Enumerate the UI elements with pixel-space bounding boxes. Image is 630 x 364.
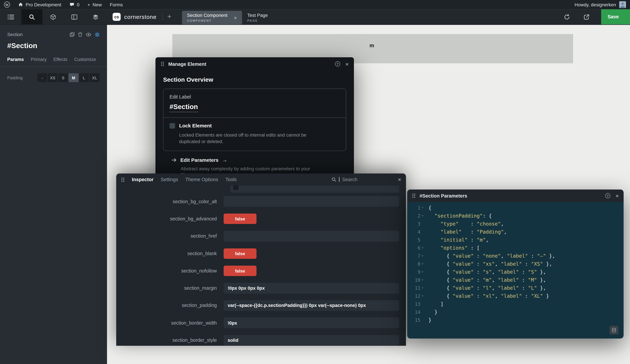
code-line: 4 "label" : "Padding", xyxy=(407,228,624,236)
section-padding-input[interactable]: var(--space-{{dc.p.sectionPadding}}) 0px… xyxy=(224,300,399,311)
section-href-input[interactable] xyxy=(224,230,399,242)
modal-title: Manage Element xyxy=(168,61,206,67)
section-nofollow-toggle[interactable]: false xyxy=(224,266,256,276)
tab-section-component[interactable]: Section Component COMPONENT × xyxy=(182,11,242,24)
fold-caret[interactable]: ▾ xyxy=(422,284,425,292)
fold-caret[interactable]: ▾ xyxy=(422,204,425,212)
delete-button[interactable] xyxy=(78,32,83,37)
field-label: section_padding xyxy=(116,303,224,308)
padding-option-xl[interactable]: XL xyxy=(89,73,100,82)
section-margin-input[interactable]: !0px 0px 0px 0px xyxy=(224,283,399,294)
section-bg-color-alt-input[interactable] xyxy=(224,196,399,207)
padding-choose-control: - XS S M L XL xyxy=(37,73,100,82)
line-number: 6 xyxy=(418,244,420,252)
lock-element-checkbox[interactable] xyxy=(170,123,175,129)
edit-label-caption: Edit Label xyxy=(170,94,340,100)
code-text: } xyxy=(428,316,432,324)
code-text: { "value" : "none", "label" : "–" }, xyxy=(428,252,555,260)
drag-handle[interactable] xyxy=(412,193,416,198)
fold-caret[interactable]: ▾ xyxy=(422,276,425,284)
toolbar-elements-button[interactable] xyxy=(42,9,64,24)
section-blank-toggle[interactable]: false xyxy=(224,248,256,259)
section-bg-advanced-toggle[interactable]: false xyxy=(224,214,256,224)
code-text: { "value" : "s", "label" : "S" }, xyxy=(428,268,546,276)
visibility-button[interactable] xyxy=(86,32,91,36)
padding-option-l[interactable]: L xyxy=(79,73,89,82)
field-label: section_nofollow xyxy=(116,268,224,274)
tab-inspector[interactable]: Inspector xyxy=(132,177,154,182)
reload-icon xyxy=(564,14,570,20)
drag-handle[interactable] xyxy=(161,61,164,66)
toolbar-search-button[interactable] xyxy=(21,9,42,24)
howdy-user-menu[interactable]: Howdy, designerken xyxy=(574,2,616,7)
save-button[interactable]: Save xyxy=(601,9,630,24)
duplicate-button[interactable] xyxy=(70,32,75,37)
tab-params[interactable]: Params xyxy=(7,57,24,66)
screen: W Pro Development 0 + New Forms Howdy, d… xyxy=(0,0,630,364)
code-line: 12▾ { "value" : "xl", "label" : "XL" } xyxy=(407,292,624,300)
tab-tools[interactable]: Tools xyxy=(226,177,237,182)
element-settings-button[interactable] xyxy=(94,32,100,37)
help-button[interactable]: ? xyxy=(605,193,610,198)
toolbar-outline-button[interactable] xyxy=(0,9,21,24)
section-border-style-input[interactable]: solid xyxy=(224,335,399,346)
user-avatar[interactable] xyxy=(619,1,626,8)
tab-close-button[interactable]: × xyxy=(234,15,237,20)
close-button[interactable]: × xyxy=(398,177,401,182)
section-border-width-input[interactable]: !0px xyxy=(224,318,399,328)
manage-element-modal: Manage Element ? × Section Overview Edit… xyxy=(156,57,354,176)
code-editor[interactable]: 1▾{2▾ "sectionPadding": {3 "type" : "cho… xyxy=(407,202,624,338)
gear-icon xyxy=(94,32,100,37)
toolbar-templates-button[interactable] xyxy=(64,9,85,24)
tab-settings[interactable]: Settings xyxy=(161,177,178,182)
comments-menu[interactable]: 0 xyxy=(65,0,84,9)
text-element-preview[interactable]: m xyxy=(370,42,374,48)
padding-option-s[interactable]: S xyxy=(58,73,68,82)
fold-caret[interactable]: ▾ xyxy=(422,252,425,260)
search-icon xyxy=(331,177,336,182)
tab-customize[interactable]: Customize xyxy=(74,57,96,66)
new-content-menu[interactable]: + New xyxy=(84,0,106,9)
code-editor-lines: 1▾{2▾ "sectionPadding": {3 "type" : "cho… xyxy=(407,204,624,324)
data-button[interactable] xyxy=(610,326,618,334)
line-number: 14 xyxy=(415,308,420,316)
padding-option-m[interactable]: M xyxy=(68,73,79,82)
tab-effects[interactable]: Effects xyxy=(54,57,68,66)
fold-caret[interactable]: ▾ xyxy=(422,244,425,252)
cornerstone-logo[interactable]: cs cornerstone xyxy=(106,9,162,24)
comment-bubble-icon xyxy=(69,2,74,7)
toolbar-layers-button[interactable] xyxy=(85,9,106,24)
tab-theme-options[interactable]: Theme Options xyxy=(185,177,218,182)
tab-test-page[interactable]: Test Page PAGE xyxy=(242,11,273,24)
edit-label-input[interactable]: #Section xyxy=(170,103,198,112)
padding-option-none[interactable]: - xyxy=(37,73,48,82)
fold-caret[interactable]: ▾ xyxy=(422,268,425,276)
external-link-icon xyxy=(584,14,590,20)
list-icon xyxy=(7,14,14,19)
fold-caret[interactable]: ▾ xyxy=(422,292,425,300)
padding-option-xs[interactable]: XS xyxy=(48,73,58,82)
line-number: 7 xyxy=(418,252,420,260)
field-row: section_nofollow false xyxy=(116,262,406,280)
new-document-button[interactable]: + xyxy=(162,9,176,24)
drag-handle[interactable] xyxy=(121,177,125,182)
builder-top-bar: cs cornerstone + Section Component COMPO… xyxy=(0,9,630,25)
trash-icon xyxy=(78,32,83,37)
cornerstone-wordmark: cornerstone xyxy=(124,14,156,20)
field-label: section_href xyxy=(116,233,224,239)
close-button[interactable]: × xyxy=(616,193,619,198)
open-preview-button[interactable] xyxy=(577,14,596,20)
fold-caret[interactable]: ▾ xyxy=(422,212,425,220)
search-input[interactable]: Search xyxy=(331,177,391,182)
wp-logo-menu[interactable]: W xyxy=(0,0,14,9)
fold-caret[interactable]: ▾ xyxy=(422,260,425,268)
inspector-panel: Inspector Settings Theme Options Tools S… xyxy=(116,174,406,346)
tab-primary[interactable]: Primary xyxy=(31,57,46,66)
close-button[interactable]: × xyxy=(346,61,349,67)
field-label: section_bg_color_alt xyxy=(116,198,224,204)
help-button[interactable]: ? xyxy=(335,61,340,66)
forms-menu[interactable]: Forms xyxy=(106,0,127,9)
edit-parameters-link[interactable]: Edit Parameters → xyxy=(172,157,346,163)
site-menu[interactable]: Pro Development xyxy=(14,0,65,9)
reload-button[interactable] xyxy=(557,14,577,20)
